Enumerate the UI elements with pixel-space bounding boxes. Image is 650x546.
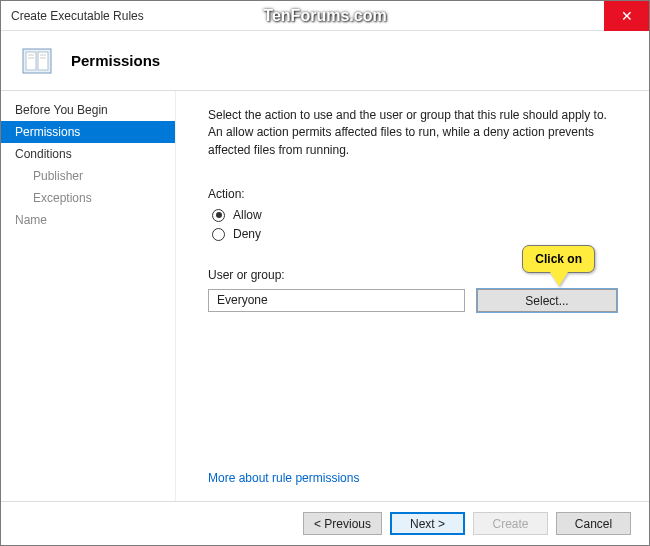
description-text: Select the action to use and the user or… xyxy=(208,107,617,159)
window-title: Create Executable Rules xyxy=(11,9,144,23)
sidebar-item-permissions[interactable]: Permissions xyxy=(1,121,175,143)
user-group-field[interactable]: Everyone xyxy=(208,289,465,312)
close-icon: ✕ xyxy=(621,8,633,24)
radio-deny[interactable]: Deny xyxy=(212,227,617,241)
sidebar-item-conditions[interactable]: Conditions xyxy=(1,143,175,165)
radio-allow-input[interactable] xyxy=(212,209,225,222)
page-title: Permissions xyxy=(71,52,160,69)
sidebar-item-exceptions[interactable]: Exceptions xyxy=(1,187,175,209)
previous-button[interactable]: < Previous xyxy=(303,512,382,535)
radio-allow-label: Allow xyxy=(233,208,262,222)
radio-deny-input[interactable] xyxy=(212,228,225,241)
instruction-callout: Click on xyxy=(522,245,595,286)
wizard-footer: < Previous Next > Create Cancel xyxy=(1,501,649,545)
watermark-text: TenForums.com xyxy=(263,7,386,25)
sidebar: Before You Begin Permissions Conditions … xyxy=(1,91,176,501)
content-area: Select the action to use and the user or… xyxy=(176,91,649,501)
callout-text: Click on xyxy=(522,245,595,273)
callout-tail xyxy=(550,272,568,286)
wizard-window: Create Executable Rules TenForums.com ✕ … xyxy=(0,0,650,546)
cancel-button[interactable]: Cancel xyxy=(556,512,631,535)
wizard-header: Permissions xyxy=(1,31,649,91)
wizard-body: Before You Begin Permissions Conditions … xyxy=(1,91,649,501)
action-label: Action: xyxy=(208,187,617,201)
next-button[interactable]: Next > xyxy=(390,512,465,535)
user-group-section: User or group: Click on Everyone Select.… xyxy=(208,268,617,312)
sidebar-item-before-you-begin[interactable]: Before You Begin xyxy=(1,99,175,121)
permissions-icon xyxy=(21,45,53,77)
more-about-link[interactable]: More about rule permissions xyxy=(208,471,617,491)
sidebar-item-publisher[interactable]: Publisher xyxy=(1,165,175,187)
titlebar: Create Executable Rules TenForums.com ✕ xyxy=(1,1,649,31)
close-button[interactable]: ✕ xyxy=(604,1,649,31)
select-button[interactable]: Select... xyxy=(477,289,617,312)
create-button: Create xyxy=(473,512,548,535)
sidebar-item-name[interactable]: Name xyxy=(1,209,175,231)
radio-deny-label: Deny xyxy=(233,227,261,241)
radio-allow[interactable]: Allow xyxy=(212,208,617,222)
